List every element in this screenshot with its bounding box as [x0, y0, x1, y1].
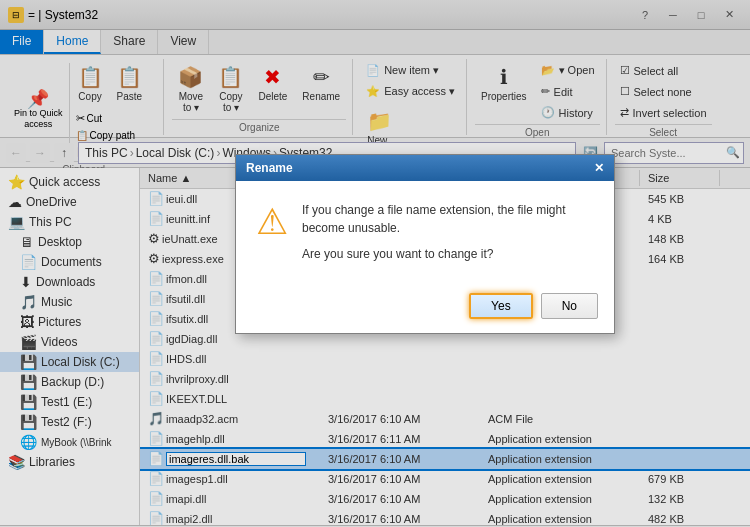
dialog-line1: If you change a file name extension, the… — [302, 201, 594, 237]
dialog-title: Rename — [246, 161, 293, 175]
yes-button[interactable]: Yes — [469, 293, 533, 319]
main-container: ⭐ Quick access ☁ OneDrive 💻 This PC 🖥 De… — [0, 168, 750, 525]
dialog-line2: Are you sure you want to change it? — [302, 245, 594, 263]
dialog-overlay: Rename ✕ ⚠ If you change a file name ext… — [0, 0, 750, 527]
rename-dialog: Rename ✕ ⚠ If you change a file name ext… — [235, 154, 615, 334]
dialog-text: If you change a file name extension, the… — [302, 201, 594, 263]
dialog-content: ⚠ If you change a file name extension, t… — [236, 181, 614, 283]
warning-icon: ⚠ — [256, 201, 288, 243]
dialog-buttons: Yes No — [236, 283, 614, 333]
no-button[interactable]: No — [541, 293, 598, 319]
dialog-title-bar: Rename ✕ — [236, 155, 614, 181]
dialog-close-icon[interactable]: ✕ — [594, 161, 604, 175]
